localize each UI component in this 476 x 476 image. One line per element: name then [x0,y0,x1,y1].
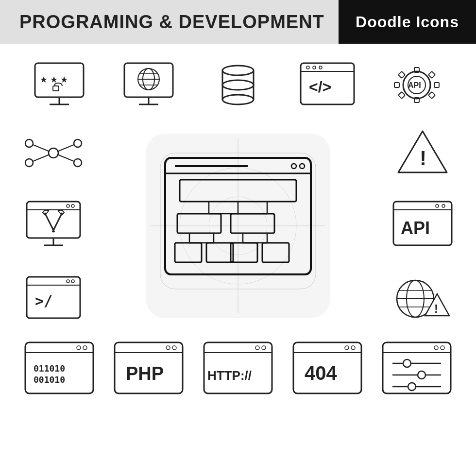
svg-text:404: 404 [305,362,337,384]
page-title: PROGRAMING & DEVELOPMENT [0,0,339,44]
svg-text:</>: </> [309,78,331,96]
database-icon [199,53,277,117]
featured-sitemap-icon [146,134,330,318]
right-icon-column: ! API [384,121,461,330]
svg-point-121 [434,346,438,350]
network-nodes-icon [15,121,92,185]
svg-point-55 [71,280,74,283]
globe-monitor-icon [110,53,187,117]
svg-text:API: API [401,218,430,238]
api-gear-icon: API [378,53,456,117]
top-icon-row: ★ ★ ★ [15,53,461,117]
svg-point-65 [300,164,305,169]
brand-label: Doodle Icons [339,0,476,44]
header: PROGRAMING & DEVELOPMENT Doodle Icons [0,0,476,44]
globe-warning-icon: ! [384,267,461,330]
svg-line-42 [57,145,74,152]
svg-point-21 [313,66,316,69]
svg-rect-31 [428,71,435,78]
svg-point-126 [418,371,425,379]
svg-line-50 [45,213,54,232]
svg-point-117 [351,346,355,350]
svg-line-40 [33,145,50,152]
svg-rect-33 [428,92,435,99]
svg-rect-82 [231,243,257,262]
svg-rect-29 [434,83,439,87]
api-window-icon: API [384,194,461,257]
settings-window-icon [378,338,456,401]
svg-point-107 [172,346,176,350]
svg-point-128 [408,383,416,391]
svg-rect-81 [206,243,233,262]
svg-point-46 [67,204,69,207]
svg-point-14 [222,80,254,90]
svg-point-106 [166,346,170,350]
svg-text:001010: 001010 [34,374,65,385]
svg-point-47 [71,204,74,207]
svg-rect-83 [262,243,289,262]
svg-point-124 [403,359,411,367]
password-monitor-icon: ★ ★ ★ [20,53,98,117]
svg-point-13 [222,66,254,75]
svg-rect-73 [231,214,274,233]
svg-rect-4 [53,86,59,91]
php-window-icon: PHP [110,338,187,401]
wrench-monitor-icon [15,194,92,257]
svg-line-51 [52,213,62,232]
svg-text:>/: >/ [35,292,52,309]
left-icon-column: >/ [15,121,92,330]
svg-point-116 [345,346,349,350]
svg-text:★ ★ ★: ★ ★ ★ [40,75,68,85]
svg-point-88 [436,204,439,207]
binary-window-icon: 011010 001010 [20,338,98,401]
svg-rect-30 [398,71,405,78]
svg-text:HTTP://: HTTP:// [207,368,252,383]
svg-point-39 [74,159,82,167]
svg-rect-80 [175,243,202,262]
svg-point-22 [319,66,322,69]
svg-point-37 [25,159,33,167]
svg-point-89 [442,204,445,207]
svg-rect-72 [177,214,221,233]
svg-text:API: API [408,81,421,89]
svg-point-64 [291,164,296,169]
svg-point-54 [67,280,69,283]
svg-point-35 [49,148,58,158]
svg-point-101 [83,346,87,350]
warning-triangle-icon: ! [384,121,461,185]
svg-text:PHP: PHP [126,363,164,384]
svg-point-36 [25,139,33,147]
svg-text:011010: 011010 [34,363,65,374]
svg-point-38 [74,139,82,147]
middle-section: >/ [15,121,461,330]
svg-rect-119 [383,342,451,393]
svg-line-41 [33,154,50,161]
svg-rect-32 [398,92,405,99]
svg-point-20 [306,66,309,69]
404-window-icon: 404 [289,338,366,401]
svg-point-111 [255,346,259,350]
svg-text:!: ! [420,147,426,170]
svg-point-122 [441,346,444,350]
svg-line-43 [57,154,74,161]
code-window-icon: </> [289,53,366,117]
terminal-icon: >/ [15,267,92,330]
svg-point-100 [77,346,81,350]
content-area: ★ ★ ★ [0,44,476,410]
svg-point-112 [262,346,266,350]
svg-text:!: ! [434,302,438,315]
svg-point-15 [222,95,254,104]
http-window-icon: HTTP:// [199,338,277,401]
bottom-icon-row: 011010 001010 PHP HTTP:// [15,338,461,401]
svg-rect-28 [394,83,399,87]
